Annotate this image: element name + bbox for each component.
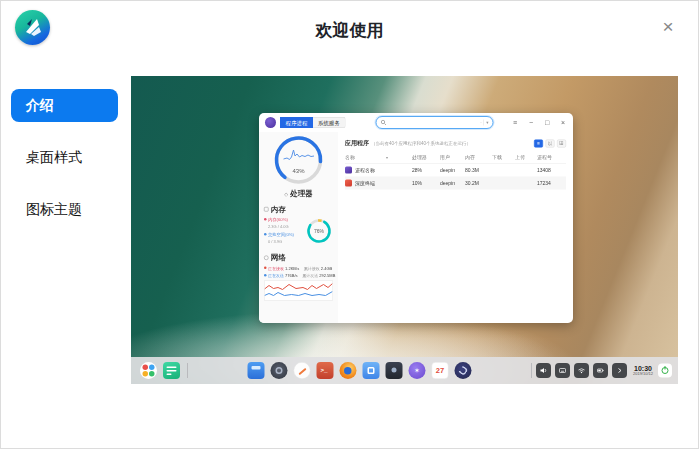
- swap-dot: [264, 233, 267, 236]
- memory-section-header: 内存: [264, 205, 333, 215]
- maximize-icon: □: [543, 119, 551, 127]
- wifi-icon: [574, 363, 589, 378]
- view-toggle-group: ≡ 以 田: [534, 139, 566, 147]
- monitor-window-controls: ≡ − □ ×: [511, 119, 567, 127]
- close-icon[interactable]: ×: [656, 15, 680, 39]
- network-section-header: 网络: [264, 253, 333, 263]
- svg-text:76%: 76%: [314, 228, 325, 234]
- dock: >_ ✶ 27: [131, 357, 678, 384]
- movie-icon: [385, 362, 402, 379]
- launcher-icon: [140, 362, 157, 379]
- system-monitor-window: 程序进程 系统服务 · ▾ ≡ − □ ×: [259, 113, 573, 323]
- search-clear-dot: ·: [480, 120, 482, 125]
- terminal-icon: >_: [316, 362, 333, 379]
- sidebar-item-icon-theme[interactable]: 图标主题: [11, 193, 118, 226]
- search-dropdown-icon: ▾: [486, 120, 488, 125]
- camera-icon: [270, 362, 287, 379]
- cpu-ring-chart: 43%: [271, 134, 326, 186]
- memory-dot: [264, 218, 267, 221]
- system-monitor-app-icon: [265, 117, 276, 128]
- menu-icon: ≡: [511, 119, 519, 127]
- firefox-icon: [339, 362, 356, 379]
- community-icon: [454, 362, 471, 379]
- process-table: 应用程序 （当前有40个应用程序和40个系统进程正在运行） ≡ 以 田 名称 ▾…: [338, 132, 573, 323]
- svg-text:43%: 43%: [292, 168, 305, 174]
- cpu-label: ◇ 处理器: [264, 189, 333, 199]
- draw-icon: [293, 362, 310, 379]
- calendar-icon: 27: [431, 362, 448, 379]
- applications-title: 应用程序: [345, 139, 369, 148]
- sidebar-item-desktop-style[interactable]: 桌面样式: [11, 141, 118, 174]
- system-tray: [536, 363, 627, 378]
- search-box: · ▾: [376, 116, 494, 129]
- table-row: 深度终端 10% deepin 30.2M 17234: [345, 177, 566, 190]
- applications-note: （当前有40个应用程序和40个系统进程正在运行）: [371, 140, 471, 147]
- dock-divider: [187, 363, 188, 378]
- view-user-icon: 以: [546, 139, 555, 147]
- table-column-headers: 名称 ▾ 处理器 用户 内存 下载 上传 进程号: [345, 152, 566, 164]
- shutdown-icon: [658, 364, 672, 378]
- network-line-chart: [264, 281, 333, 301]
- sidebar: 介绍 桌面样式 图标主题: [1, 89, 131, 245]
- search-input: [387, 120, 481, 126]
- view-list-icon: ≡: [534, 139, 543, 147]
- volume-icon: [536, 363, 551, 378]
- clock-date: 2019/10/12: [633, 372, 653, 376]
- network-recv-stat: 正在接收 1.2KB/s 累计接收 2.4GB: [264, 266, 333, 272]
- tab-program-processes: 程序进程: [280, 117, 313, 128]
- cpu-diamond-icon: ◇: [284, 192, 288, 198]
- clock: 10:30 2019/10/12: [633, 364, 653, 376]
- process-icon: [345, 180, 352, 187]
- swap-usage-stat: 交换空间(0%) 0 / 3.9G: [264, 232, 305, 244]
- battery-icon: [593, 363, 608, 378]
- app-store-icon: [247, 362, 264, 379]
- sidebar-item-introduction[interactable]: 介绍: [11, 89, 118, 122]
- memory-icon: [264, 207, 269, 212]
- sort-caret-icon: ▾: [386, 155, 388, 160]
- page-title: 欢迎使用: [1, 19, 698, 42]
- view-grid-icon: 田: [557, 139, 566, 147]
- store-icon: ✶: [408, 362, 425, 379]
- search-divider: [484, 120, 485, 126]
- cpu-gauge: 43% ◇ 处理器: [264, 134, 333, 199]
- monitor-titlebar: 程序进程 系统服务 · ▾ ≡ − □ ×: [259, 113, 573, 132]
- keyboard-icon: [555, 363, 570, 378]
- dock-divider: [531, 363, 532, 378]
- tab-system-services: 系统服务: [313, 117, 346, 128]
- desktop-preview-image: 程序进程 系统服务 · ▾ ≡ − □ ×: [131, 76, 678, 384]
- monitor-stats-panel: 43% ◇ 处理器 内存 内存(60%: [259, 132, 338, 323]
- dock-app-green-icon: [163, 362, 180, 379]
- dock-app-group: >_ ✶ 27: [244, 362, 474, 379]
- network-send-stat: 正在发送 776B/s 累计发送 292.5MB: [264, 273, 333, 279]
- minimize-icon: −: [527, 119, 535, 127]
- screenshot-icon: [362, 362, 379, 379]
- table-row: 进程名称 28% deepin 80.3M 13408: [345, 164, 566, 177]
- process-icon: [345, 167, 352, 174]
- table-section-header: 应用程序 （当前有40个应用程序和40个系统进程正在运行） ≡ 以 田: [345, 139, 566, 148]
- tray-expand-icon: [612, 363, 627, 378]
- send-dot: [264, 274, 267, 277]
- memory-ring-chart: 76%: [305, 217, 333, 245]
- welcome-dialog: 欢迎使用 × 介绍 桌面样式 图标主题 程序进程 系统服务 ·: [0, 0, 699, 449]
- recv-dot: [264, 267, 267, 270]
- network-icon: [264, 256, 269, 261]
- memory-usage-stat: 内存(60%) 2.3G / 4.0G: [264, 217, 305, 229]
- memory-stats: 内存(60%) 2.3G / 4.0G 交换空间(0%) 0 / 3.9G: [264, 217, 333, 247]
- window-close-icon: ×: [559, 119, 567, 127]
